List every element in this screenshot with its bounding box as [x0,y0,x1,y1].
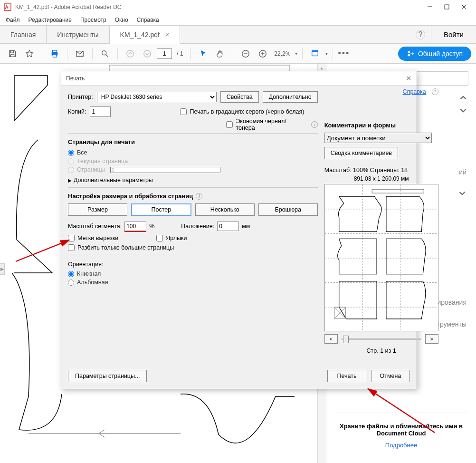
orientation-label: Ориентация: [68,261,318,268]
print-icon[interactable] [47,46,62,61]
landscape-radio[interactable] [68,280,74,286]
svg-rect-31 [372,189,424,193]
more-tools-icon[interactable]: ••• [338,48,350,58]
print-confirm-button[interactable]: Печать [327,370,366,382]
save-icon[interactable] [5,46,20,61]
comments-summary-button[interactable]: Сводка комментариев [324,147,398,159]
cancel-button[interactable]: Отмена [371,370,410,382]
size-button[interactable]: Размер [68,203,127,216]
promo-block: Храните файлы и обменивайтесь ими в Docu… [334,413,468,449]
star-icon[interactable] [22,46,37,61]
mail-icon[interactable] [72,46,87,61]
scale-info: Масштаб: 100% Страницы: 18 [324,167,438,174]
preview-next-button[interactable]: > [425,334,438,344]
labels-checkbox[interactable] [156,235,163,241]
side-text-3: трументы [437,320,466,328]
more-options-toggle[interactable]: ▶ Дополнительные параметры [68,177,318,183]
cut-marks-checkbox[interactable] [68,235,75,241]
all-pages-radio[interactable] [68,150,74,156]
fit-width-icon[interactable] [307,46,323,61]
help-info-icon[interactable]: ? [432,88,438,95]
info-icon[interactable]: i [311,121,318,128]
preview-slider[interactable] [342,338,421,340]
svg-point-21 [408,54,410,56]
svg-rect-7 [53,54,56,57]
tab-main[interactable]: Главная [0,26,47,43]
maximize-button[interactable] [438,0,455,14]
preview-page-of: Стр. 1 из 1 [324,347,438,354]
comments-select[interactable]: Документ и пометки [324,133,432,143]
printer-select[interactable]: HP DeskJet 3630 series [97,92,217,102]
help-link[interactable]: Справка [403,88,426,95]
menubar: Файл Редактирование Просмотр Окно Справк… [0,14,476,26]
menu-view[interactable]: Просмотр [80,17,106,23]
properties-button[interactable]: Свойства [220,91,259,103]
preview-dimensions: 891,03 x 1 260,09 мм [324,175,438,182]
menu-file[interactable]: Файл [6,17,20,23]
zoom-dropdown-icon[interactable]: ▾ [295,51,297,56]
multiple-button[interactable]: Несколько [195,203,255,216]
grayscale-checkbox[interactable] [180,108,187,115]
overlay-input[interactable] [217,222,239,231]
chevron-down-icon[interactable] [457,188,467,199]
page-total: / 1 [177,50,183,57]
svg-point-9 [102,50,106,55]
tab-close-icon[interactable]: × [165,31,169,39]
chevron-down-icon[interactable] [458,106,468,116]
svg-point-12 [144,50,151,57]
dialog-titlebar: Печать ✕ [61,71,417,86]
close-button[interactable] [455,0,472,14]
tab-tools[interactable]: Инструменты [47,26,109,43]
page-setup-button[interactable]: Параметры страницы... [68,370,147,382]
svg-rect-18 [312,51,318,56]
save-ink-label: Экономия чернил/тонера [236,118,305,131]
svg-rect-5 [53,50,57,52]
tab-document[interactable]: KM_1_42.pdf × [110,26,180,44]
size-section-head: Настройка размера и обработка страниц i [68,193,318,200]
search-icon[interactable] [97,46,113,61]
titlebar: KM_1_42.pdf - Adobe Acrobat Reader DC [0,0,476,14]
info-icon[interactable]: i [196,193,202,200]
tabbar: Главная Инструменты KM_1_42.pdf × ? Войт… [0,26,476,44]
menu-edit[interactable]: Редактирование [29,17,72,23]
zoom-out-icon[interactable] [238,46,253,61]
save-ink-checkbox[interactable] [226,121,233,128]
advanced-button[interactable]: Дополнительно [263,91,318,103]
chevron-up-icon[interactable] [458,92,468,103]
portrait-radio[interactable] [68,271,74,277]
split-big-checkbox[interactable] [68,244,75,251]
promo-link[interactable]: Подробнее [334,442,468,449]
preview-prev-button[interactable]: < [324,334,338,344]
fit-dropdown-icon[interactable]: ▾ [325,51,328,56]
menu-window[interactable]: Окно [115,17,128,23]
booklet-button[interactable]: Брошюра [258,203,318,216]
print-dialog: Печать ✕ Принтер: HP DeskJet 3630 series… [61,71,417,389]
page-number-input[interactable] [157,48,172,59]
help-icon[interactable]: ? [416,30,425,39]
page-down-icon[interactable] [140,46,155,61]
print-preview [324,184,438,331]
printer-label: Принтер: [68,94,93,100]
segment-scale-input[interactable] [124,222,146,231]
page-up-icon[interactable] [123,46,138,61]
share-button[interactable]: Общий доступ [398,47,471,61]
poster-button[interactable]: Постер [131,203,191,216]
zoom-level[interactable]: 22,2% [274,50,290,57]
pages-range-input[interactable] [110,167,220,173]
svg-point-11 [127,50,133,57]
dialog-close-icon[interactable]: ✕ [406,74,412,83]
hand-tool-icon[interactable] [213,46,228,61]
svg-rect-2 [445,5,449,9]
copies-input[interactable] [90,106,111,117]
grayscale-label: Печать в градациях серого (черно-белая) [190,108,304,115]
triangle-right-icon: ▶ [68,178,72,183]
window-title: KM_1_42.pdf - Adobe Acrobat Reader DC [15,4,421,10]
menu-help[interactable]: Справка [137,17,159,23]
zoom-in-icon[interactable] [255,46,270,61]
select-tool-icon[interactable] [196,46,211,61]
current-page-radio [68,158,74,164]
copies-label: Копий: [68,108,86,115]
minimize-button[interactable] [421,0,438,14]
svg-line-10 [106,54,108,57]
signin-button[interactable]: Войти [431,26,476,43]
